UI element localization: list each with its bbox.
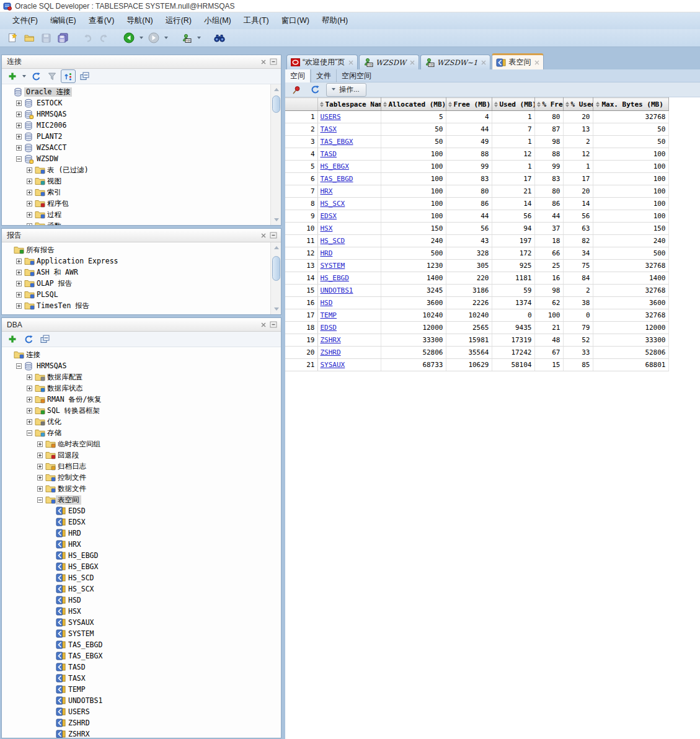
expand-icon[interactable] [16,134,22,139]
sort-icon[interactable] [494,102,498,107]
menu-item-6[interactable]: 小组(M) [198,14,237,28]
new-file-icon[interactable] [5,31,20,45]
expand-icon[interactable] [27,223,32,226]
table-row[interactable]: 15UNDOTBS1324531865998232768 [285,285,668,297]
tree-item-hs_scx[interactable]: HS_SCX [2,583,281,595]
table-row[interactable]: 3TAS_EBGX5049198250 [285,136,668,148]
tree-item-plant2[interactable]: PLANT2 [2,131,281,142]
menu-item-3[interactable]: 查看(V) [82,14,121,28]
tree-item-hrx[interactable]: HRX [2,539,281,550]
scrollbar[interactable] [270,84,281,225]
expand-icon[interactable] [27,374,32,380]
scrollbar[interactable] [270,242,281,314]
dba-add-icon[interactable] [5,332,20,346]
connections-add-icon[interactable] [5,69,20,83]
tablespace-link[interactable]: EDSD [321,324,337,332]
tablespace-link[interactable]: HRD [321,249,333,257]
tree-item--[interactable]: 数据库状态 [2,383,281,394]
tree-item-undotbs1[interactable]: UNDOTBS1 [2,695,281,706]
expand-icon[interactable] [16,281,22,286]
tree-item--[interactable]: 函数 [2,220,281,225]
table-row[interactable]: 19ZSHRX333001598117319485233300 [285,334,668,347]
table-row[interactable]: 21SYSAUX687331062958104158568801 [285,359,668,371]
tablespace-link[interactable]: ZSHRD [321,348,341,356]
expand-icon[interactable] [16,303,22,309]
expand-icon[interactable] [37,453,43,458]
tree-item-tas_ebgx[interactable]: TAS_EBGX [2,650,281,662]
table-row[interactable]: 1USERS541802032768 [285,111,668,123]
table-row[interactable]: 8HS_SCX10086148614100 [285,198,668,210]
menu-item-4[interactable]: 导航(N) [120,14,159,28]
scroll-down-icon[interactable] [272,215,281,224]
table-row[interactable]: 9EDSX10044564456100 [285,210,668,223]
back-dropdown-icon[interactable] [140,37,143,39]
tree-item-hrd[interactable]: HRD [2,528,281,539]
expand-icon[interactable] [37,475,43,480]
connections-add-dropdown-icon[interactable] [22,75,26,77]
close-icon[interactable] [410,60,415,65]
tablespace-link[interactable]: HS_EBGD [321,274,349,282]
column-header--free[interactable]: % Free [534,98,563,111]
collapse-icon[interactable] [27,430,32,436]
expand-icon[interactable] [16,100,22,106]
tree-item-edsx[interactable]: EDSX [2,516,281,528]
tablespace-link[interactable]: SYSTEM [321,262,345,270]
tree-item--[interactable]: 临时表空间组 [2,438,281,449]
table-row[interactable]: 4TASD10088128812100 [285,148,668,161]
menu-item-9[interactable]: 帮助(H) [316,14,354,28]
tree-item--[interactable]: 程序包 [2,198,281,209]
tablespace-link[interactable]: USERS [321,113,341,121]
tree-item--[interactable]: 控制文件 [2,472,281,483]
table-row[interactable]: 16HSD36002226137462383600 [285,297,668,309]
minimize-icon[interactable] [268,321,278,329]
close-icon[interactable] [534,60,539,65]
tree-item-hsx[interactable]: HSX [2,606,281,617]
tablespace-link[interactable]: EDSX [321,212,337,220]
tree-item--[interactable]: 存储 [2,427,281,438]
close-icon[interactable] [481,60,486,65]
tree-item--[interactable]: 视图 [2,175,281,187]
tab-wzsdw[interactable]: SQLWZSDW [359,55,419,69]
expand-icon[interactable] [16,292,22,298]
tree-item-zshrd[interactable]: ZSHRD [2,717,281,728]
tree-item-zshrx[interactable]: ZSHRX [2,728,281,738]
table-row[interactable]: 7HRX10080218020100 [285,185,668,198]
expand-icon[interactable] [37,486,43,492]
table-row[interactable]: 10HSX15056943763150 [285,223,668,235]
column-header-tablespace-name[interactable]: Tablespace Name [317,98,381,111]
menu-item-2[interactable]: 编辑(E) [44,14,82,28]
table-row[interactable]: 5HS_EBGX100991991100 [285,161,668,173]
column-header-used-mb-[interactable]: Used (MB) [492,98,534,111]
tree-item-hs_ebgx[interactable]: HS_EBGX [2,561,281,572]
forward-icon[interactable] [146,31,161,45]
back-icon[interactable] [122,31,136,45]
expand-icon[interactable] [27,419,32,425]
tree-item-plsql[interactable]: PLSQL [2,289,281,300]
close-icon[interactable] [259,321,268,329]
grid-refresh-icon[interactable] [308,83,322,97]
table-row[interactable]: 2TASX50447871350 [285,123,668,136]
tree-item-hs_scd[interactable]: HS_SCD [2,572,281,583]
tree-item--[interactable]: 表空间 [2,494,281,505]
expand-icon[interactable] [27,408,32,414]
connections-filter-icon[interactable] [45,69,60,83]
tree-item-tasd[interactable]: TASD [2,662,281,673]
minimize-icon[interactable] [268,231,278,240]
forward-dropdown-icon[interactable] [164,37,168,39]
open-folder-icon[interactable] [22,31,37,45]
tree-item--[interactable]: 回退段 [2,449,281,461]
expand-icon[interactable] [27,201,32,206]
tree-item--[interactable]: 索引 [2,187,281,198]
tablespace-link[interactable]: TASD [321,150,337,158]
expand-icon[interactable] [37,464,43,469]
tablespace-link[interactable]: HS_EBGX [321,162,349,170]
table-row[interactable]: 13SYSTEM1230305925257532768 [285,260,668,272]
table-row[interactable]: 6TAS_EBGD10083178317100 [285,173,668,185]
expand-icon[interactable] [37,441,43,447]
tablespace-link[interactable]: ZSHRX [321,336,341,344]
column-header--used[interactable]: % Used [563,98,593,111]
table-row[interactable]: 18EDSD1200025659435217912000 [285,322,668,334]
collapse-icon[interactable] [16,156,22,162]
tab--[interactable]: “欢迎使用”页 [286,55,358,69]
menu-item-1[interactable]: 文件(F) [6,14,44,28]
